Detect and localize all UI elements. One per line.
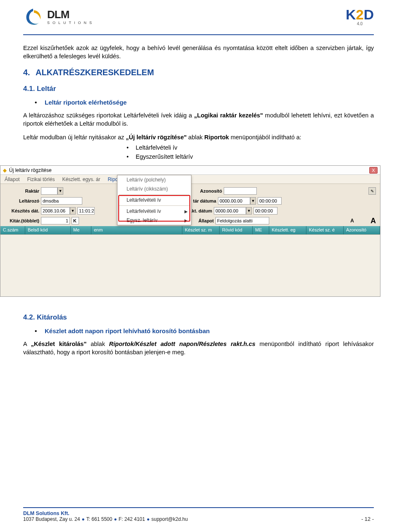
menu-item-leltarfelveteli-1[interactable]: Leltárfelvételi ív: [117, 196, 191, 205]
menu-fizikai[interactable]: Fizikai törlés: [27, 177, 55, 182]
dlm-subtext: SOLUTIONS: [47, 21, 95, 25]
field-kitar[interactable]: 1: [41, 217, 70, 224]
dropdown-icon[interactable]: ▼: [246, 207, 252, 215]
section-4-heading: 4.ALKATRÉSZKERESKEDELEM: [23, 68, 374, 77]
marker-a-big: A: [371, 217, 376, 225]
col-me2[interactable]: ME: [253, 226, 269, 234]
section-4-1-heading: 4.1. Leltár: [23, 85, 374, 93]
col-rovid-kod[interactable]: Rövid kód: [220, 226, 253, 234]
label-azonosito: Azonosító: [191, 188, 224, 193]
field-akt-datum[interactable]: 0000.00.00: [214, 207, 246, 215]
marker-a-small: A: [350, 218, 354, 224]
col-keszlett-eg[interactable]: Készlett. eg: [269, 226, 306, 234]
footer-address: 1037 Budapest, Zay u. 24●T: 661 5500●F: …: [23, 516, 188, 522]
dropdown-icon[interactable]: ▼: [250, 197, 256, 205]
col-me1[interactable]: Me: [71, 226, 91, 234]
inner-bullet-1: Leltárfelvételi ív: [23, 143, 374, 153]
window-icon: ◆: [3, 167, 7, 173]
bullet-4-1: Leltár riportok elérhetősége: [23, 99, 374, 106]
field-akt-datum-time[interactable]: 00:00:00: [254, 207, 277, 215]
col-enm[interactable]: enm: [91, 226, 182, 234]
field-leltarozo[interactable]: dmsdba: [41, 197, 82, 205]
chevron-right-icon: ▶: [184, 209, 188, 214]
close-icon[interactable]: X: [369, 167, 378, 174]
col-cszam[interactable]: C.szám: [0, 226, 25, 234]
chevron-right-icon: ▶: [184, 218, 188, 223]
menu-item-cikkszam[interactable]: Leltárív (cikkszám): [117, 184, 191, 193]
window-titlebar: ◆ Új leltárív rögzítése X: [0, 166, 380, 175]
dlm-logo: DLM SOLUTIONS: [23, 8, 95, 26]
col-keszlet-sz-m[interactable]: Készlet sz. m: [182, 226, 220, 234]
dropdown-icon[interactable]: ▼: [57, 187, 63, 195]
menu-keszlett[interactable]: Készlett. egys. ár: [62, 177, 100, 182]
col-keszlet-sz-e[interactable]: Készlet sz. é: [306, 226, 344, 234]
field-allapot[interactable]: Feldolgozás alatti: [215, 217, 269, 224]
col-azonosito[interactable]: Azonosító: [344, 226, 380, 234]
k2d-logo: K2D 4.0: [346, 7, 374, 26]
field-keszites-date[interactable]: 2008.10.06: [41, 207, 70, 215]
paragraph-intro: Ezzel kiszűrhetőek azok az ügyfelek, hog…: [23, 44, 374, 60]
dropdown-icon[interactable]: ▼: [70, 207, 76, 215]
menu-item-egysz[interactable]: Egysz. leltárív▶: [117, 216, 191, 225]
dlm-text: DLM: [47, 9, 95, 20]
paragraph-4-1a: A leltározáshoz szükséges riportokat Lel…: [23, 112, 374, 128]
page-footer: DLM Solutions Kft. 1037 Budapest, Zay u.…: [23, 507, 374, 522]
page-header: DLM SOLUTIONS K2D 4.0: [23, 7, 374, 35]
riportok-dropdown: Leltárív (polchely) Leltárív (cikkszám) …: [117, 175, 191, 225]
label-kitar: Kitár.(többlet): [5, 218, 41, 223]
k2d-glyph: K2D: [346, 7, 374, 21]
label-raktar: Raktár: [5, 188, 41, 193]
field-keszites-time[interactable]: 11:01:2: [77, 207, 95, 215]
label-keszites: Készítés dát.: [5, 208, 41, 213]
app-screenshot: ◆ Új leltárív rögzítése X Állapot Fizika…: [0, 165, 397, 297]
page-number: - 12 -: [361, 516, 374, 522]
inner-bullet-2: Egyszerűsített leltárív: [23, 153, 374, 162]
field-kitar-k[interactable]: K: [72, 217, 79, 224]
field-raktar[interactable]: [41, 187, 57, 195]
bullet-4-2: Készlet adott napon riport lehívható kor…: [23, 327, 374, 334]
window-title: Új leltárív rögzítése: [9, 167, 52, 173]
dlm-icon: [23, 8, 43, 26]
paragraph-4-1b: Leltár modulban új leltár nyitásakor az …: [23, 134, 374, 142]
edit-icon[interactable]: ✎: [368, 187, 376, 195]
section-4-2-heading: 4.2. Kitárolás: [23, 313, 374, 322]
label-leltarozo: Leltározó: [5, 198, 41, 203]
menu-allapot[interactable]: Állapot: [5, 177, 20, 182]
paragraph-4-2: A „Készlet kitárolás" ablak Riportok/Kés…: [23, 340, 374, 356]
field-tar-datuma[interactable]: 0000.00.00: [218, 197, 250, 205]
menu-item-polchely[interactable]: Leltárív (polchely): [117, 175, 191, 184]
menu-item-leltarfelveteli-2[interactable]: Leltárfelvételi ív▶: [117, 207, 191, 216]
grid-header: C.szám Belső kód Me enm Készlet sz. m Rö…: [0, 226, 380, 234]
footer-company: DLM Solutions Kft.: [23, 511, 188, 516]
col-belso-kod[interactable]: Belső kód: [25, 226, 71, 234]
field-azonosito-time[interactable]: 00:00:00: [258, 197, 282, 205]
field-azonosito[interactable]: [224, 187, 257, 195]
grid-body: [0, 234, 380, 296]
